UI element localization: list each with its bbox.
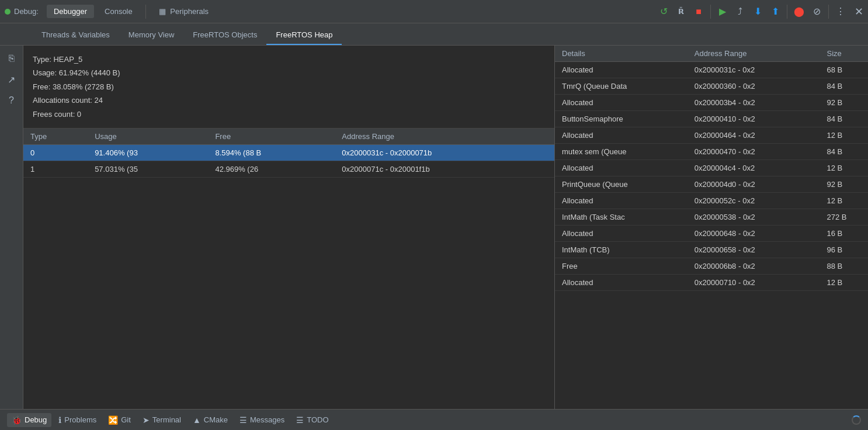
right-table-row[interactable]: IntMath (TCB) 0x20000658 - 0x2 96 B — [555, 242, 868, 258]
debugger-tab[interactable]: Debugger — [47, 5, 94, 18]
toolbar-icons: ↺ R̄ ■ ▶ ⤴ ⬇ ⬆ ⬤ ⊘ ⋮ ✕ — [655, 4, 863, 20]
col-free: Free — [208, 129, 335, 145]
bottom-tab-messages[interactable]: ☰Messages — [235, 413, 289, 427]
cell-details: TmrQ (Queue Data — [555, 78, 688, 95]
tab-freertos-objects[interactable]: FreeRTOS Objects — [183, 26, 266, 45]
cell-size: 12 B — [820, 275, 868, 291]
cell-size: 272 B — [820, 209, 868, 226]
console-tab[interactable]: Console — [98, 5, 140, 18]
cell-address: 0x2000031c - 0x2000071b — [335, 144, 554, 161]
cell-size: 96 B — [820, 242, 868, 258]
cell-address: 0x20000470 - 0x2 — [688, 144, 820, 160]
right-table-row[interactable]: Allocated 0x2000052c - 0x2 12 B — [555, 193, 868, 209]
toolbar-sep1 — [710, 5, 711, 19]
step-over-icon-btn[interactable]: ⤴ — [732, 4, 748, 20]
cell-size: 12 B — [820, 127, 868, 144]
resume-icon-btn[interactable]: ↺ — [655, 4, 672, 20]
right-col-address: Address Range — [688, 46, 820, 62]
tab-threads-variables[interactable]: Threads & Variables — [32, 26, 119, 45]
heap-type: Type: HEAP_5 — [33, 53, 545, 66]
cell-address: 0x2000052c - 0x2 — [688, 193, 820, 209]
right-table-row[interactable]: IntMath (Task Stac 0x20000538 - 0x2 272 … — [555, 209, 868, 226]
side-help-icon[interactable]: ? — [4, 92, 20, 109]
right-col-details: Details — [555, 46, 688, 62]
loading-spinner — [852, 415, 861, 425]
cell-size: 88 B — [820, 258, 868, 275]
cell-address: 0x20000538 - 0x2 — [688, 209, 820, 226]
cell-address: 0x200006b8 - 0x2 — [688, 258, 820, 275]
right-col-size: Size — [820, 46, 868, 62]
cell-type: 1 — [23, 161, 88, 177]
cell-type: 0 — [23, 144, 88, 161]
bottom-tab-terminal[interactable]: ➤Terminal — [138, 413, 186, 427]
bottom-tab-cmake[interactable]: ▲CMake — [188, 413, 232, 427]
step-out-icon-btn[interactable]: ⬆ — [767, 4, 783, 20]
right-table-row[interactable]: mutex sem (Queue 0x20000470 - 0x2 84 B — [555, 144, 868, 160]
cell-details: Allocated — [555, 160, 688, 176]
more-icon-btn[interactable]: ⋮ — [832, 4, 849, 20]
problems-icon: ℹ — [58, 415, 61, 425]
right-table-row[interactable]: Allocated 0x20000648 - 0x2 16 B — [555, 226, 868, 242]
left-panel: Type: HEAP_5 Usage: 61.942% (4440 B) Fre… — [23, 46, 555, 409]
right-table-row[interactable]: Allocated 0x20000464 - 0x2 12 B — [555, 127, 868, 144]
cell-address: 0x20000360 - 0x2 — [688, 78, 820, 95]
cell-address: 0x20000648 - 0x2 — [688, 226, 820, 242]
bottom-tab-label: Messages — [250, 415, 284, 424]
cell-size: 92 B — [820, 95, 868, 111]
bottom-tab-git[interactable]: 🔀Git — [103, 413, 136, 427]
bottom-bar: 🐞DebugℹProblems🔀Git➤Terminal▲CMake☰Messa… — [0, 409, 868, 430]
toolbar-sep2 — [787, 5, 787, 19]
right-table-row[interactable]: Allocated 0x2000031c - 0x2 68 B — [555, 62, 868, 78]
cell-address: 0x20000410 - 0x2 — [688, 111, 820, 127]
left-table-row[interactable]: 1 57.031% (35 42.969% (26 0x2000071c - 0… — [23, 161, 554, 177]
side-copy-icon[interactable]: ⎘ — [4, 50, 20, 67]
step-into-icon-btn[interactable]: ⬇ — [749, 4, 766, 20]
right-table-row[interactable]: Allocated 0x200004c4 - 0x2 12 B — [555, 160, 868, 176]
bottom-tab-label: CMake — [204, 415, 228, 424]
cell-details: IntMath (Task Stac — [555, 209, 688, 226]
side-export-icon[interactable]: ↗ — [4, 71, 20, 88]
main-content: ⎘ ↗ ? Type: HEAP_5 Usage: 61.942% (4440 … — [0, 46, 868, 409]
cell-details: IntMath (TCB) — [555, 242, 688, 258]
close-button[interactable]: ✕ — [855, 5, 863, 18]
git-icon: 🔀 — [108, 415, 118, 425]
todo-icon: ☰ — [296, 415, 304, 425]
tab-freertos-heap[interactable]: FreeRTOS Heap — [266, 26, 342, 45]
slash-icon-btn[interactable]: ⊘ — [808, 4, 825, 20]
stop-icon-btn[interactable]: ■ — [690, 4, 707, 20]
right-table-row[interactable]: PrintQueue (Queue 0x200004d0 - 0x2 92 B — [555, 176, 868, 193]
bottom-tab-todo[interactable]: ☰TODO — [291, 413, 333, 427]
cell-details: Allocated — [555, 275, 688, 291]
left-table-row[interactable]: 0 91.406% (93 8.594% (88 B 0x2000031c - … — [23, 144, 554, 161]
cell-free: 8.594% (88 B — [208, 144, 335, 161]
cell-address: 0x2000031c - 0x2 — [688, 62, 820, 78]
heap-frees: Frees count: 0 — [33, 108, 545, 121]
cell-size: 68 B — [820, 62, 868, 78]
cell-size: 84 B — [820, 78, 868, 95]
cell-free: 42.969% (26 — [208, 161, 335, 177]
cell-size: 84 B — [820, 111, 868, 127]
cmake-icon: ▲ — [193, 415, 201, 425]
debug-label-area: Debug: — [5, 7, 43, 16]
right-table-row[interactable]: Allocated 0x20000710 - 0x2 12 B — [555, 275, 868, 291]
side-icons: ⎘ ↗ ? — [0, 46, 23, 409]
tab-memory-view[interactable]: Memory View — [119, 26, 184, 45]
cell-address: 0x20000464 - 0x2 — [688, 127, 820, 144]
cell-usage: 91.406% (93 — [88, 144, 208, 161]
right-table-row[interactable]: Allocated 0x200003b4 - 0x2 92 B — [555, 95, 868, 111]
cell-size: 12 B — [820, 193, 868, 209]
messages-icon: ☰ — [239, 415, 247, 425]
peripherals-tab[interactable]: ▦ Peripherals — [152, 5, 216, 18]
right-table-row[interactable]: Free 0x200006b8 - 0x2 88 B — [555, 258, 868, 275]
bottom-tab-label: Git — [121, 415, 131, 424]
stop2-icon-btn[interactable]: ⬤ — [791, 4, 807, 20]
right-table-row[interactable]: ButtonSemaphore 0x20000410 - 0x2 84 B — [555, 111, 868, 127]
cell-address: 0x200003b4 - 0x2 — [688, 95, 820, 111]
play-icon-btn[interactable]: ▶ — [714, 4, 731, 20]
bottom-tab-problems[interactable]: ℹProblems — [54, 413, 101, 427]
cell-details: ButtonSemaphore — [555, 111, 688, 127]
reset-icon-btn[interactable]: R̄ — [673, 4, 689, 20]
bottom-tab-debug[interactable]: 🐞Debug — [7, 413, 51, 427]
right-table-row[interactable]: TmrQ (Queue Data 0x20000360 - 0x2 84 B — [555, 78, 868, 95]
title-separator — [145, 5, 146, 19]
